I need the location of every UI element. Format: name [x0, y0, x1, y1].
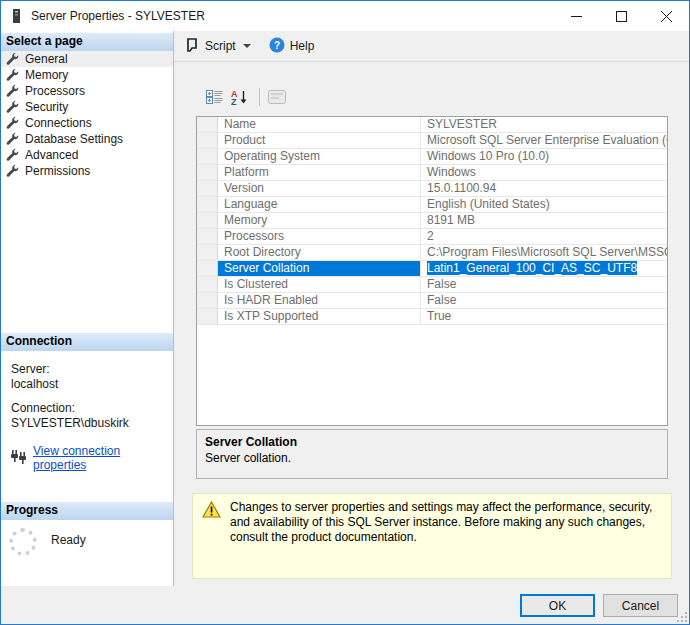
row-margin-cell	[197, 181, 218, 196]
property-name-cell[interactable]: Version	[218, 181, 421, 196]
property-row[interactable]: Root DirectoryC:\Program Files\Microsoft…	[197, 245, 667, 261]
wrench-icon	[5, 148, 21, 162]
property-value-cell[interactable]: False	[421, 277, 667, 292]
row-margin-cell	[197, 213, 218, 228]
property-name-cell[interactable]: Language	[218, 197, 421, 212]
sidebar-item-advanced[interactable]: Advanced	[1, 147, 173, 163]
property-row[interactable]: Memory8191 MB	[197, 213, 667, 229]
property-name-cell[interactable]: Server Collation	[218, 261, 421, 276]
script-button[interactable]: Script	[178, 34, 257, 58]
property-row[interactable]: Is HADR EnabledFalse	[197, 293, 667, 309]
property-value-cell[interactable]: SYLVESTER	[421, 117, 667, 132]
property-value-cell[interactable]: Windows	[421, 165, 667, 180]
minimize-button[interactable]	[554, 1, 599, 31]
connection-header: Connection	[1, 333, 173, 351]
property-name-cell[interactable]: Name	[218, 117, 421, 132]
warning-icon	[202, 501, 221, 522]
main-panel: Script ? Help AZ	[174, 31, 689, 624]
row-margin-cell	[197, 309, 218, 324]
warning-box: Changes to server properties and setting…	[192, 493, 672, 579]
property-row[interactable]: Server CollationLatin1_General_100_CI_AS…	[197, 261, 667, 277]
property-description-panel: Server Collation Server collation.	[196, 429, 668, 479]
script-dropdown-arrow-icon[interactable]	[243, 44, 251, 48]
wrench-icon	[5, 132, 21, 146]
property-name-cell[interactable]: Is Clustered	[218, 277, 421, 292]
property-pages-icon[interactable]	[268, 90, 286, 104]
sidebar-item-security[interactable]: Security	[1, 99, 173, 115]
help-button[interactable]: ? Help	[263, 34, 326, 58]
property-name-cell[interactable]: Memory	[218, 213, 421, 228]
wrench-icon	[5, 52, 21, 66]
wrench-icon	[5, 116, 21, 130]
server-window-icon	[11, 8, 23, 24]
description-text: Server collation.	[205, 451, 659, 465]
property-row[interactable]: LanguageEnglish (United States)	[197, 197, 667, 213]
property-value-cell[interactable]: Latin1_General_100_CI_AS_SC_UTF8	[421, 261, 667, 276]
row-margin-cell	[197, 197, 218, 212]
selected-value-text[interactable]: Latin1_General_100_CI_AS_SC_UTF8	[427, 261, 637, 275]
sidebar-item-memory[interactable]: Memory	[1, 67, 173, 83]
property-name-cell[interactable]: Platform	[218, 165, 421, 180]
select-a-page-header: Select a page	[1, 33, 173, 51]
close-button[interactable]	[644, 1, 689, 31]
property-row[interactable]: ProductMicrosoft SQL Server Enterprise E…	[197, 133, 667, 149]
maximize-button[interactable]	[599, 1, 644, 31]
property-value-cell[interactable]: 8191 MB	[421, 213, 667, 228]
help-icon: ?	[269, 37, 285, 56]
script-icon	[184, 37, 200, 56]
resize-grip[interactable]	[675, 610, 687, 622]
sidebar-item-general[interactable]: General	[1, 51, 173, 67]
sidebar-item-database-settings[interactable]: Database Settings	[1, 131, 173, 147]
sort-alphabetical-icon[interactable]: AZ	[231, 89, 249, 106]
row-margin-cell	[197, 149, 218, 164]
property-name-cell[interactable]: Is XTP Supported	[218, 309, 421, 324]
description-title: Server Collation	[205, 435, 659, 449]
property-row[interactable]: Operating SystemWindows 10 Pro (10.0)	[197, 149, 667, 165]
progress-spinner-icon	[9, 528, 37, 556]
property-value-cell[interactable]: 2	[421, 229, 667, 244]
property-name-cell[interactable]: Is HADR Enabled	[218, 293, 421, 308]
property-name-cell[interactable]: Operating System	[218, 149, 421, 164]
property-name-cell[interactable]: Product	[218, 133, 421, 148]
property-row[interactable]: Version15.0.1100.94	[197, 181, 667, 197]
sidebar-item-permissions[interactable]: Permissions	[1, 163, 173, 179]
wrench-icon	[5, 100, 21, 114]
ok-button[interactable]: OK	[520, 594, 595, 617]
property-row[interactable]: PlatformWindows	[197, 165, 667, 181]
property-value-cell[interactable]: C:\Program Files\Microsoft SQL Server\MS…	[421, 245, 667, 260]
sidebar: Select a page GeneralMemoryProcessorsSec…	[1, 31, 174, 586]
sidebar-item-label: General	[25, 52, 68, 66]
connection-value: SYLVESTER\dbuskirk	[11, 416, 173, 430]
cancel-button[interactable]: Cancel	[603, 594, 678, 617]
sidebar-item-label: Processors	[25, 84, 85, 98]
server-properties-dialog: Server Properties - SYLVESTER Select a p…	[0, 0, 690, 625]
sidebar-item-label: Database Settings	[25, 132, 123, 146]
property-value-cell[interactable]: False	[421, 293, 667, 308]
row-margin-cell	[197, 277, 218, 292]
row-margin-cell	[197, 165, 218, 180]
sidebar-item-connections[interactable]: Connections	[1, 115, 173, 131]
property-name-cell[interactable]: Processors	[218, 229, 421, 244]
dialog-toolbar: Script ? Help	[174, 31, 689, 62]
view-connection-properties-link[interactable]: View connection properties	[33, 444, 173, 472]
property-value-cell[interactable]: Windows 10 Pro (10.0)	[421, 149, 667, 164]
property-value-cell[interactable]: 15.0.1100.94	[421, 181, 667, 196]
warning-text: Changes to server properties and setting…	[230, 500, 657, 545]
property-value-cell[interactable]: English (United States)	[421, 197, 667, 212]
row-margin-cell	[197, 117, 218, 132]
sidebar-item-label: Permissions	[25, 164, 90, 178]
progress-status: Ready	[51, 533, 86, 547]
categorized-icon[interactable]	[206, 89, 223, 105]
row-margin-cell	[197, 229, 218, 244]
sidebar-item-label: Memory	[25, 68, 68, 82]
row-margin-cell	[197, 133, 218, 148]
property-name-cell[interactable]: Root Directory	[218, 245, 421, 260]
property-row[interactable]: Is XTP SupportedTrue	[197, 309, 667, 325]
property-row[interactable]: Is ClusteredFalse	[197, 277, 667, 293]
property-value-cell[interactable]: True	[421, 309, 667, 324]
sidebar-item-processors[interactable]: Processors	[1, 83, 173, 99]
property-row[interactable]: Processors2	[197, 229, 667, 245]
titlebar: Server Properties - SYLVESTER	[1, 1, 689, 31]
property-row[interactable]: NameSYLVESTER	[197, 117, 667, 133]
property-value-cell[interactable]: Microsoft SQL Server Enterprise Evaluati…	[421, 133, 667, 148]
